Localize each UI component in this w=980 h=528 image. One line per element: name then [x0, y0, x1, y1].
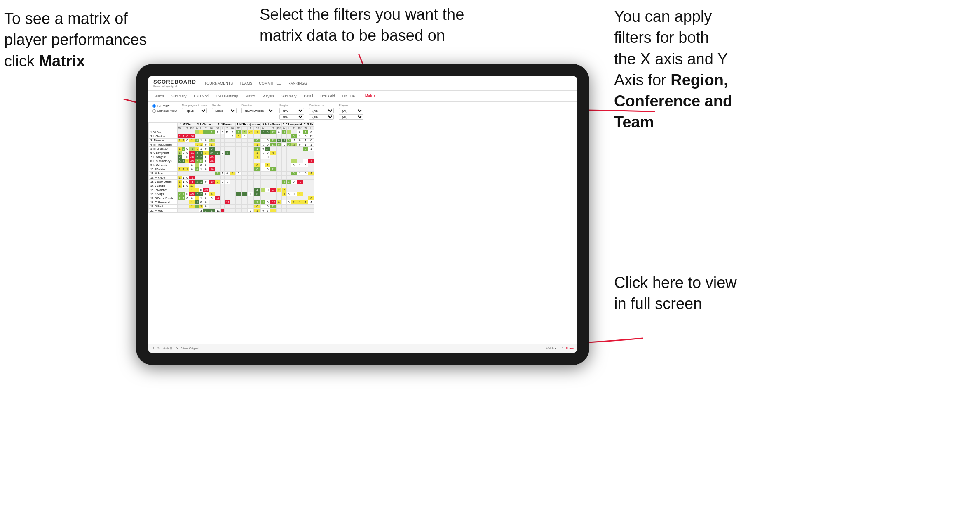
- matrix-cell: -1: [297, 180, 303, 184]
- zoom-icons[interactable]: ⊕ ⊖ ⊞: [163, 347, 172, 350]
- matrix-cell: 3: [195, 200, 199, 205]
- share-button[interactable]: Share: [566, 347, 574, 350]
- region-select-y[interactable]: N/A: [279, 114, 304, 120]
- matrix-cell: 4: [199, 151, 203, 155]
- players-filter: Players (All) (All): [339, 104, 363, 120]
- division-select[interactable]: NCAA Division I: [241, 108, 274, 113]
- matrix-cell: [185, 205, 189, 209]
- matrix-cell: 1: [303, 139, 308, 143]
- nav-teams[interactable]: TEAMS: [239, 80, 252, 86]
- matrix-cell: 0: [220, 151, 224, 155]
- conference-select-y[interactable]: (All): [309, 114, 334, 120]
- tab-matrix-active[interactable]: Matrix: [364, 93, 377, 99]
- matrix-cell: [185, 209, 189, 213]
- row-label: 12. M Riedel: [149, 176, 178, 180]
- matrix-cell: [224, 139, 230, 143]
- matrix-cell: 1: [182, 196, 185, 200]
- matrix-cell: [220, 163, 224, 167]
- tab-players[interactable]: Players: [261, 93, 275, 99]
- matrix-cell: [248, 180, 254, 184]
- undo-icon[interactable]: ↺: [152, 347, 154, 350]
- matrix-cell: [287, 147, 291, 151]
- tab-summary2[interactable]: Summary: [280, 93, 298, 99]
- fullscreen-icon[interactable]: ⛶: [560, 347, 563, 350]
- matrix-cell: -25: [189, 192, 195, 196]
- tab-teams[interactable]: Teams: [152, 93, 165, 99]
- matrix-cell: 1: [297, 172, 303, 176]
- matrix-cell: [236, 139, 241, 143]
- tab-h2h-heatmap[interactable]: H2H Heatmap: [215, 93, 239, 99]
- matrix-cell: 1: [281, 143, 286, 147]
- matrix-cell: -16: [209, 159, 215, 163]
- players-select-x[interactable]: (All): [339, 108, 363, 113]
- matrix-cell: -8: [215, 196, 220, 200]
- view-original[interactable]: View: Original: [181, 347, 199, 350]
- logo-subtext: Powered by clippd: [153, 85, 196, 88]
- gender-select[interactable]: Men's: [212, 108, 237, 113]
- conference-select-x[interactable]: (All): [309, 108, 334, 113]
- nav-committee[interactable]: COMMITTEE: [259, 80, 281, 86]
- matrix-cell: [215, 184, 220, 188]
- matrix-cell: 2: [281, 188, 286, 192]
- players-select-y[interactable]: (All): [339, 114, 363, 120]
- watch-button[interactable]: Watch ▾: [546, 347, 556, 350]
- matrix-cell: [270, 147, 276, 151]
- matrix-cell: [203, 172, 209, 176]
- full-view-radio[interactable]: Full View: [152, 104, 177, 108]
- matrix-cell: 1: [195, 163, 199, 167]
- redo-icon[interactable]: ↻: [157, 347, 160, 350]
- tab-h2h-he[interactable]: H2H He...: [341, 93, 359, 99]
- matrix-cell: 0: [308, 130, 314, 134]
- matrix-cell: 0: [203, 163, 209, 167]
- tab-h2h-grid2[interactable]: H2H Grid: [319, 93, 336, 99]
- matrix-cell: 0: [265, 130, 270, 134]
- compact-view-radio[interactable]: Compact View: [152, 109, 177, 113]
- filter-bar: Full View Compact View Max players in vi…: [148, 102, 577, 122]
- row-label: 10. B Valdes: [149, 167, 178, 172]
- region-select-x[interactable]: N/A: [279, 108, 304, 113]
- matrix-cell: [261, 192, 265, 196]
- matrix-table: 1. W Ding 2. L Clanton 3. J Koivun 4. M …: [148, 122, 314, 213]
- nav-rankings[interactable]: RANKINGS: [288, 80, 307, 86]
- matrix-cell: 0: [182, 155, 185, 159]
- row-label: 8. P Summerhays: [149, 159, 178, 163]
- matrix-container[interactable]: 1. W Ding 2. L Clanton 3. J Koivun 4. M …: [148, 122, 577, 353]
- matrix-cell: [224, 196, 230, 200]
- matrix-cell: [308, 188, 314, 192]
- matrix-cell: [253, 134, 261, 139]
- row-label: 13. J Skov Olesen: [149, 180, 178, 184]
- tab-h2h-grid[interactable]: H2H Grid: [192, 93, 209, 99]
- matrix-cell: 0: [203, 155, 209, 159]
- tab-matrix[interactable]: Matrix: [244, 93, 256, 99]
- matrix-cell: 3: [236, 192, 241, 196]
- matrix-cell: [291, 209, 297, 213]
- matrix-cell: -11: [189, 151, 195, 155]
- matrix-cell: [230, 188, 236, 192]
- matrix-cell: 1: [308, 159, 314, 163]
- matrix-cell: [303, 188, 308, 192]
- matrix-cell: 0: [253, 139, 261, 143]
- matrix-cell: 0: [265, 139, 270, 143]
- matrix-cell: [230, 209, 236, 213]
- matrix-cell: [241, 155, 248, 159]
- matrix-cell: 3: [203, 209, 209, 213]
- matrix-cell: 13: [308, 134, 314, 139]
- matrix-cell: [178, 209, 182, 213]
- matrix-cell: [230, 151, 236, 155]
- matrix-cell: [178, 172, 182, 176]
- matrix-cell: [248, 172, 254, 176]
- matrix-cell: [220, 192, 224, 196]
- matrix-cell: 1: [182, 167, 185, 172]
- refresh-icon[interactable]: ⟳: [176, 347, 178, 350]
- matrix-cell: [303, 151, 308, 155]
- matrix-cell: [230, 167, 236, 172]
- row-label: 2. L Clanton: [149, 134, 178, 139]
- tab-detail[interactable]: Detail: [303, 93, 314, 99]
- nav-tournaments[interactable]: TOURNAMENTS: [204, 80, 233, 86]
- matrix-cell: 6: [270, 151, 276, 155]
- matrix-cell: 0: [220, 130, 224, 134]
- matrix-cell: 0: [199, 188, 203, 192]
- tab-summary[interactable]: Summary: [170, 93, 188, 99]
- max-players-select[interactable]: Top 25: [182, 108, 207, 113]
- matrix-cell: [241, 209, 248, 213]
